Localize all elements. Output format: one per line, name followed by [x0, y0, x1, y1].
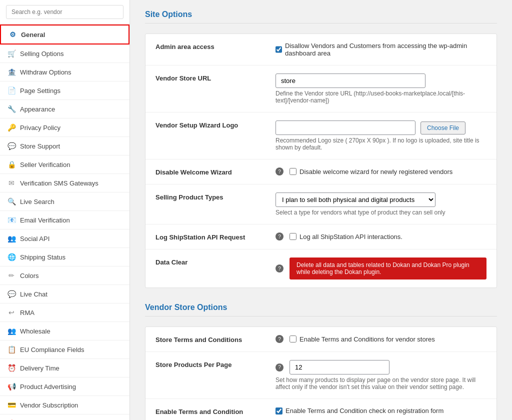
- admin-area-access-control: Disallow Vendors and Customers from acce…: [276, 42, 486, 57]
- choose-file-wrap: Choose File: [276, 120, 486, 135]
- store-products-per-page-label: Store Products Per Page: [156, 360, 276, 368]
- sidebar-item-privacy-policy[interactable]: 🔑Privacy Policy: [0, 118, 130, 137]
- enable-terms-condition-checkbox-label[interactable]: Enable Terms and Condition check on regi…: [276, 407, 486, 414]
- sidebar-item-live-search[interactable]: 🔍Live Search: [0, 192, 130, 211]
- log-shipstation-text: Log all ShipStation API interactions.: [300, 233, 402, 240]
- vendor-store-url-row: Vendor Store URL Define the Vendor store…: [146, 66, 496, 112]
- data-clear-row: Data Clear ? Delete all data and tables …: [146, 250, 496, 288]
- logo-file-input[interactable]: [276, 120, 416, 135]
- sidebar-item-verification-sms[interactable]: ✉Verification SMS Gateways: [0, 174, 130, 192]
- log-shipstation-checkbox-label[interactable]: Log all ShipStation API interactions.: [290, 233, 402, 240]
- sidebar-label-colors: Colors: [20, 272, 39, 280]
- log-shipstation-row: Log ShipStation API Request ? Log all Sh…: [146, 224, 496, 250]
- sidebar-item-product-advertising[interactable]: 📢Product Advertising: [0, 378, 130, 396]
- sidebar-icon-social-api: 👥: [7, 234, 16, 242]
- data-clear-error: Delete all data and tables related to Do…: [290, 258, 486, 280]
- vendor-setup-wizard-label: Vendor Setup Wizard Logo: [156, 120, 276, 129]
- log-shipstation-inline: ? Log all ShipStation API interactions.: [276, 232, 486, 240]
- sidebar-item-selling-options[interactable]: 🛒Selling Options: [0, 44, 130, 63]
- sidebar-label-withdraw-options: Withdraw Options: [20, 68, 72, 76]
- sidebar-item-seller-verification[interactable]: 🔒Seller Verification: [0, 156, 130, 174]
- sidebar-search-container: [0, 0, 130, 24]
- sidebar-icon-withdraw-options: 🏦: [7, 68, 16, 76]
- sidebar-item-geolocation[interactable]: 📍Geolocation: [0, 414, 130, 420]
- sidebar-item-shipping-status[interactable]: 🌐Shipping Status: [0, 248, 130, 266]
- sidebar-item-eu-compliance[interactable]: 📋EU Compliance Fields: [0, 340, 130, 359]
- sidebar-item-live-chat[interactable]: 💬Live Chat: [0, 285, 130, 304]
- store-terms-label: Store Terms and Conditions: [156, 335, 276, 344]
- sidebar-item-wholesale[interactable]: 👥Wholesale: [0, 322, 130, 340]
- disable-welcome-wizard-checkbox[interactable]: [290, 168, 296, 175]
- store-terms-control: ? Enable Terms and Conditions for vendor…: [276, 335, 486, 343]
- sidebar-label-store-support: Store Support: [20, 142, 60, 150]
- store-terms-checkbox[interactable]: [290, 336, 296, 342]
- log-shipstation-checkbox[interactable]: [290, 233, 296, 240]
- sidebar-item-social-api[interactable]: 👥Social API: [0, 230, 130, 248]
- sidebar-icon-eu-compliance: 📋: [7, 346, 16, 354]
- choose-file-button[interactable]: Choose File: [420, 122, 466, 134]
- enable-terms-condition-checkbox[interactable]: [276, 408, 282, 414]
- disable-welcome-wizard-checkbox-label[interactable]: Disable welcome wizard for newly registe…: [290, 168, 452, 176]
- sidebar-item-rma[interactable]: ↩RMA: [0, 304, 130, 322]
- store-products-per-page-row: Store Products Per Page ? Set how many p…: [146, 352, 496, 399]
- disable-welcome-wizard-label: Disable Welcome Wizard: [156, 168, 276, 176]
- vendor-store-url-control: Define the Vendor store URL (http://used…: [276, 74, 486, 104]
- sidebar-item-vendor-subscription[interactable]: 💳Vendor Subscription: [0, 396, 130, 414]
- store-products-per-page-help: Set how many products to display per pag…: [276, 376, 486, 390]
- sidebar-label-eu-compliance: EU Compliance Fields: [20, 346, 84, 354]
- sidebar-label-shipping-status: Shipping Status: [20, 254, 66, 261]
- store-products-per-page-control: ? Set how many products to display per p…: [276, 360, 486, 390]
- enable-terms-condition-text: Enable Terms and Condition check on regi…: [286, 407, 444, 414]
- sidebar-item-general[interactable]: ⚙General: [0, 24, 130, 44]
- sidebar-icon-product-advertising: 📢: [7, 382, 16, 390]
- vendor-store-options-table: Store Terms and Conditions ? Enable Term…: [145, 326, 497, 420]
- sidebar-item-page-settings[interactable]: 📄Page Settings: [0, 82, 130, 100]
- sidebar-item-store-support[interactable]: 💬Store Support: [0, 137, 130, 156]
- log-shipstation-label: Log ShipStation API Request: [156, 232, 276, 241]
- data-clear-inline: ? Delete all data and tables related to …: [276, 258, 486, 280]
- store-products-per-page-input[interactable]: [290, 360, 390, 374]
- log-shipstation-help-icon[interactable]: ?: [276, 232, 284, 240]
- sidebar-label-selling-options: Selling Options: [20, 50, 64, 58]
- store-terms-text: Enable Terms and Conditions for vendor s…: [300, 336, 435, 343]
- store-terms-help-icon[interactable]: ?: [276, 335, 284, 343]
- admin-area-access-text: Disallow Vendors and Customers from acce…: [285, 42, 486, 57]
- sidebar-icon-live-search: 🔍: [7, 198, 16, 206]
- admin-area-access-checkbox-label[interactable]: Disallow Vendors and Customers from acce…: [276, 42, 486, 57]
- main-content: Site Options Admin area access Disallow …: [130, 0, 512, 420]
- vendor-store-options-title: Vendor Store Options: [145, 303, 497, 316]
- sidebar-label-wholesale: Wholesale: [20, 328, 50, 335]
- sidebar-item-colors[interactable]: ✏Colors: [0, 266, 130, 285]
- sidebar-label-seller-verification: Seller Verification: [20, 161, 70, 168]
- selling-product-types-select[interactable]: I plan to sell both physical and digital…: [276, 192, 436, 207]
- sidebar-icon-page-settings: 📄: [7, 86, 16, 94]
- sidebar-search-input[interactable]: [6, 5, 124, 19]
- data-clear-help-icon[interactable]: ?: [276, 264, 284, 272]
- sidebar-item-appearance[interactable]: 🔧Appearance: [0, 100, 130, 118]
- data-clear-control: ? Delete all data and tables related to …: [276, 258, 486, 280]
- vendor-store-url-help: Define the Vendor store URL (http://used…: [276, 90, 486, 104]
- sidebar-icon-privacy-policy: 🔑: [7, 124, 16, 132]
- sidebar: ⚙General🛒Selling Options🏦Withdraw Option…: [0, 0, 130, 420]
- sidebar-label-vendor-subscription: Vendor Subscription: [20, 402, 78, 409]
- sidebar-label-email-verification: Email Verification: [20, 216, 70, 224]
- disable-welcome-wizard-help-icon[interactable]: ?: [276, 168, 284, 176]
- admin-area-access-checkbox[interactable]: [276, 46, 282, 53]
- sidebar-icon-shipping-status: 🌐: [7, 253, 16, 261]
- store-products-per-page-help-icon[interactable]: ?: [276, 364, 284, 372]
- vendor-store-url-input[interactable]: [276, 74, 426, 88]
- store-terms-row: Store Terms and Conditions ? Enable Term…: [146, 327, 496, 352]
- admin-area-access-label: Admin area access: [156, 42, 276, 50]
- store-terms-checkbox-label[interactable]: Enable Terms and Conditions for vendor s…: [290, 336, 435, 343]
- data-clear-label: Data Clear: [156, 258, 276, 266]
- sidebar-label-verification-sms: Verification SMS Gateways: [20, 180, 98, 187]
- sidebar-item-email-verification[interactable]: 📧Email Verification: [0, 211, 130, 230]
- sidebar-label-privacy-policy: Privacy Policy: [20, 124, 60, 132]
- sidebar-icon-colors: ✏: [7, 272, 16, 280]
- sidebar-item-withdraw-options[interactable]: 🏦Withdraw Options: [0, 63, 130, 82]
- vendor-store-url-label: Vendor Store URL: [156, 74, 276, 82]
- sidebar-label-page-settings: Page Settings: [20, 87, 60, 94]
- vendor-setup-wizard-row: Vendor Setup Wizard Logo Choose File Rec…: [146, 112, 496, 160]
- admin-area-access-row: Admin area access Disallow Vendors and C…: [146, 34, 496, 66]
- sidebar-item-delivery-time[interactable]: ⏰Delivery Time: [0, 359, 130, 378]
